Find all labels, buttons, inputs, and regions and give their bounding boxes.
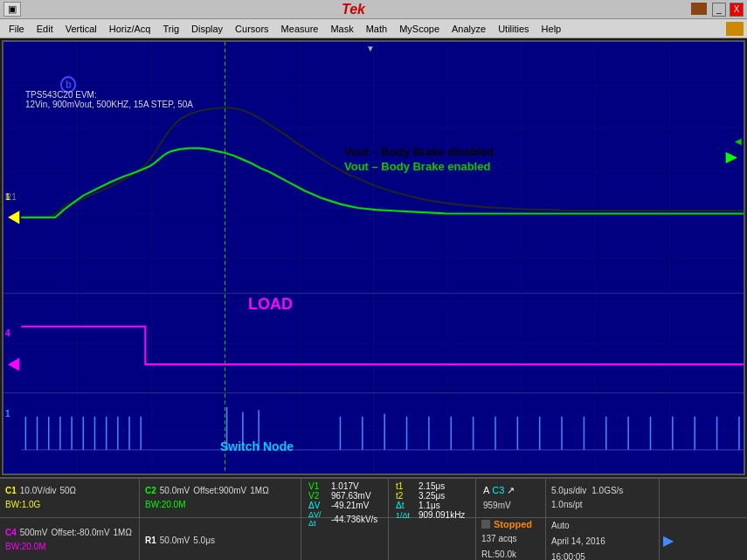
empty-meas1 bbox=[301, 518, 389, 560]
close-button[interactable]: X bbox=[730, 3, 744, 17]
menu-mask[interactable]: Mask bbox=[325, 22, 358, 36]
menu-math[interactable]: Math bbox=[361, 22, 392, 36]
ch4-value2: Offset:-80.0mV bbox=[51, 528, 109, 537]
ch1-value2: 50Ω bbox=[60, 486, 77, 495]
minimize-button[interactable]: _ bbox=[712, 3, 726, 17]
dt-label: Δt bbox=[396, 501, 415, 510]
ch2-section: C2 50.0mV Offset:900mV 1MΩ BW:20.0M bbox=[140, 479, 301, 517]
menu-analyze[interactable]: Analyze bbox=[446, 22, 491, 36]
dt-value: 1.1μs bbox=[418, 501, 440, 510]
t2-label: t2 bbox=[396, 491, 415, 501]
scope-area: b TPS543C20 EVM: 12Vin, 900mVout, 500KHZ… bbox=[0, 38, 747, 560]
ch2-label: C2 bbox=[145, 486, 156, 495]
trigger-arrow: ↗ bbox=[507, 485, 515, 496]
ch2-value3: 1MΩ bbox=[250, 486, 268, 495]
r1-label: R1 bbox=[145, 536, 156, 545]
v1-label: V1 bbox=[308, 481, 328, 491]
t1-label: t1 bbox=[396, 481, 415, 491]
t1-value: 2.15μs bbox=[418, 481, 445, 491]
time-label: 16:00:05 bbox=[551, 552, 585, 560]
dv-label: ΔV bbox=[308, 501, 328, 510]
acq-icon bbox=[481, 520, 490, 529]
menu-display[interactable]: Display bbox=[186, 22, 228, 36]
status-row1: C1 10.0V/div 50Ω BW:1.0G C2 50.0mV Offse… bbox=[0, 479, 747, 518]
menu-horiz[interactable]: Horiz/Acq bbox=[104, 22, 156, 36]
ch1-value1: 10.0V/div bbox=[20, 486, 57, 495]
datetime-section: Auto April 14, 2016 16:00:05 bbox=[546, 518, 660, 560]
scroll-arrow-icon: ▶ bbox=[663, 532, 674, 549]
menu-edit[interactable]: Edit bbox=[31, 22, 59, 36]
menu-cursors[interactable]: Cursors bbox=[230, 22, 274, 36]
ch2-value2: Offset:900mV bbox=[193, 486, 246, 495]
v2-label: V2 bbox=[308, 491, 328, 501]
acq-status-section: Stopped 137 acqs RL:50.0k bbox=[476, 518, 546, 560]
status-row2: C4 500mV Offset:-80.0mV 1MΩ BW:20.0M R1 … bbox=[0, 518, 747, 560]
title-bar-left: ▣ bbox=[3, 2, 21, 17]
ch1-section: C1 10.0V/div 50Ω BW:1.0G bbox=[0, 479, 140, 517]
empty-meas2 bbox=[389, 518, 476, 560]
timebase-record: 1.0ns/pt bbox=[551, 500, 583, 509]
menu-measure[interactable]: Measure bbox=[276, 22, 324, 36]
menu-trig[interactable]: Trig bbox=[157, 22, 184, 36]
menu-utilities[interactable]: Utilities bbox=[493, 22, 534, 36]
trigger-ch-label: C3 bbox=[492, 485, 504, 495]
ch4-label: C4 bbox=[5, 528, 17, 537]
ch2-bw: BW:20.0M bbox=[145, 500, 186, 509]
ch4-value3: 1MΩ bbox=[114, 528, 132, 537]
app-icon: ▣ bbox=[3, 2, 21, 17]
menu-myscope[interactable]: MyScope bbox=[394, 22, 445, 36]
acq-count: 137 acqs bbox=[481, 534, 517, 543]
t2-value: 3.25μs bbox=[418, 491, 445, 501]
title-controls: _ X bbox=[689, 3, 744, 17]
menu-help[interactable]: Help bbox=[536, 22, 567, 36]
scroll-indicator: ▶ bbox=[660, 518, 677, 560]
menu-file[interactable]: File bbox=[3, 22, 30, 36]
acq-status: Stopped bbox=[494, 519, 532, 529]
timebase-div: 5.0μs/div bbox=[551, 486, 586, 495]
r1-value1: 50.0mV bbox=[160, 536, 190, 545]
ch4-bw: BW:20.0M bbox=[5, 542, 46, 551]
ch2-value1: 50.0mV bbox=[160, 486, 190, 495]
dv-value: -49.21mV bbox=[331, 501, 369, 510]
r1-section: R1 50.0mV 5.0μs bbox=[140, 518, 301, 560]
trigger-value: 959mV bbox=[483, 501, 511, 510]
cursor-v-section: V1 1.017V V2 967.63mV ΔV -49.21mV ΔV/Δt … bbox=[301, 479, 389, 517]
menu-bar: File Edit Vertical Horiz/Acq Trig Displa… bbox=[0, 19, 747, 38]
timebase-sample: 1.0GS/s bbox=[591, 486, 623, 495]
trigger-section: A C3 ↗ 959mV bbox=[476, 479, 546, 517]
svg-text:b: b bbox=[66, 80, 72, 90]
status-bar: C1 10.0V/div 50Ω BW:1.0G C2 50.0mV Offse… bbox=[0, 477, 747, 560]
date-label: April 14, 2016 bbox=[551, 536, 605, 546]
v1-value: 1.017V bbox=[331, 481, 359, 491]
ch4-value1: 500mV bbox=[20, 528, 48, 537]
acq-rl: RL:50.0k bbox=[481, 550, 516, 559]
r1-value2: 5.0μs bbox=[193, 536, 215, 545]
tek-logo: Tek bbox=[342, 2, 365, 17]
scope-icon bbox=[726, 22, 744, 36]
title-icon1 bbox=[691, 3, 707, 15]
timebase-section: 5.0μs/div 1.0GS/s 1.0ns/pt bbox=[546, 479, 660, 517]
waveform-svg: b bbox=[3, 42, 744, 474]
cursor-t-section: t1 2.15μs t2 3.25μs Δt 1.1μs 1/Δt 909.09… bbox=[389, 479, 476, 517]
title-bar: ▣ Tek _ X bbox=[0, 0, 747, 19]
ch4-section: C4 500mV Offset:-80.0mV 1MΩ BW:20.0M bbox=[0, 518, 140, 560]
v2-value: 967.63mV bbox=[331, 491, 371, 501]
acq-mode: Auto bbox=[551, 521, 570, 530]
ch1-label: C1 bbox=[5, 486, 17, 495]
waveform-display: b TPS543C20 EVM: 12Vin, 900mVout, 500KHZ… bbox=[2, 40, 745, 475]
menu-vertical[interactable]: Vertical bbox=[60, 22, 102, 36]
trigger-a-label: A bbox=[483, 485, 489, 495]
ch1-bw: BW:1.0G bbox=[5, 500, 40, 509]
